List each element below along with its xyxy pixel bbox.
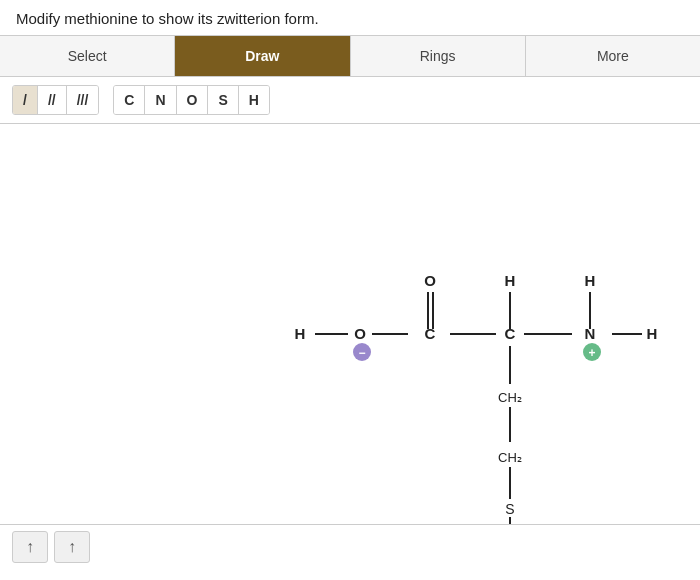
bond-group: / // /// (12, 85, 99, 115)
atom-C-carbonyl: C (425, 325, 436, 342)
carbon-button[interactable]: C (114, 86, 145, 114)
sulfur-button[interactable]: S (208, 86, 238, 114)
tab-more[interactable]: More (526, 36, 700, 76)
atom-C-alpha: C (505, 325, 516, 342)
instruction-text: Modify methionine to show its zwitterion… (0, 0, 700, 35)
atom-group: C N O S H (113, 85, 270, 115)
triple-bond-button[interactable]: /// (67, 86, 99, 114)
single-bond-button[interactable]: / (13, 86, 38, 114)
oxygen-button[interactable]: O (177, 86, 209, 114)
atom-S: S (505, 501, 514, 517)
redo-icon: ↑ (68, 538, 76, 556)
atom-H-N-right: H (647, 325, 658, 342)
atom-CH2-2: CH₂ (498, 450, 522, 465)
hydrogen-button[interactable]: H (239, 86, 269, 114)
atom-H-alpha-top: H (505, 272, 516, 289)
negative-charge-label: − (358, 346, 365, 360)
tab-bar: Select Draw Rings More (0, 35, 700, 77)
tab-rings[interactable]: Rings (351, 36, 526, 76)
tab-draw[interactable]: Draw (175, 36, 350, 76)
molecule-svg: H O C O C H N H H CH₂ CH₂ S CH₃ − + (0, 124, 700, 524)
drawing-area[interactable]: H O C O C H N H H CH₂ CH₂ S CH₃ − + (0, 124, 700, 524)
undo-button[interactable]: ↑ (12, 531, 48, 563)
redo-button[interactable]: ↑ (54, 531, 90, 563)
toolbar: / // /// C N O S H (0, 77, 700, 124)
positive-charge-label: + (588, 346, 595, 360)
atom-O-top: O (424, 272, 436, 289)
atom-H-left: H (295, 325, 306, 342)
undo-icon: ↑ (26, 538, 34, 556)
double-bond-button[interactable]: // (38, 86, 67, 114)
atom-H-N-top: H (585, 272, 596, 289)
tab-select[interactable]: Select (0, 36, 175, 76)
nitrogen-button[interactable]: N (145, 86, 176, 114)
atom-O: O (354, 325, 366, 342)
atom-CH2-1: CH₂ (498, 390, 522, 405)
atom-N: N (585, 325, 596, 342)
bottom-bar: ↑ ↑ (0, 524, 700, 569)
